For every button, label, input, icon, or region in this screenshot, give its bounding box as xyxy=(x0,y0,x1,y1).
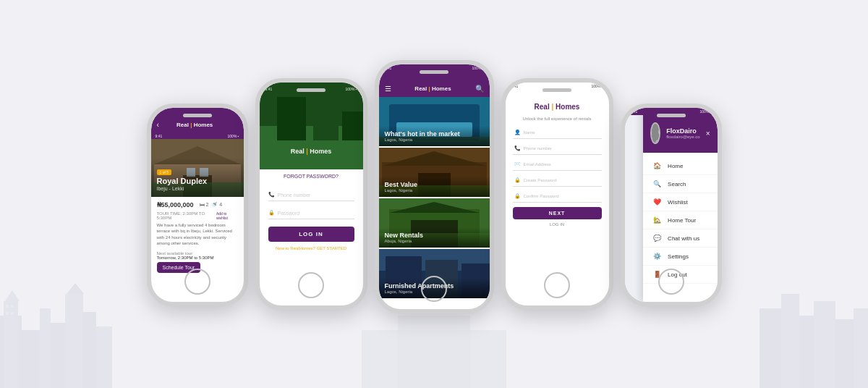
p1-next-tour: Next available tour Tomorrow, 2:30PM to … xyxy=(157,251,238,260)
p3-card-furnished[interactable]: Furnished Apartments Lagos, Nigeria xyxy=(379,249,490,298)
p5-menu-item-search[interactable]: 🔍 Search xyxy=(643,175,717,193)
svg-rect-10 xyxy=(6,305,9,308)
p1-body: ₦55,000,000 🛏 2 🚿 4 TOUR TIME: 2:30PM TO… xyxy=(151,197,244,277)
p3-search-btn[interactable]: 🔍 xyxy=(475,85,484,93)
svg-rect-4 xyxy=(51,323,65,388)
p1-badge: 1 of 5 xyxy=(157,169,172,175)
p4-create-password-field[interactable]: 🔒 Create Password xyxy=(513,174,602,187)
p2-signup-link[interactable]: New to RealHomes? GET STARTED xyxy=(268,246,354,250)
p1-back-button[interactable]: ‹ xyxy=(157,121,159,129)
p5-wishlist-icon: ❤️ xyxy=(652,198,662,206)
p3-card-1-overlay: What's hot in the market Lagos, Nigeria xyxy=(379,126,490,146)
p5-user-avatar xyxy=(650,122,660,144)
p3-menu-btn[interactable]: ☰ xyxy=(385,85,391,93)
p5-home-icon: 🏠 xyxy=(652,162,662,169)
p2-screen: 9:41100% ▪ Real | Homes FORGOT PASSWORD?… xyxy=(260,83,363,305)
svg-rect-31 xyxy=(277,97,306,140)
p1-amenities: 🛏 2 🚿 4 xyxy=(200,202,223,208)
p4-email-icon: ✉️ xyxy=(514,161,521,167)
p5-menu-item-logout[interactable]: 🚪 Log out xyxy=(643,266,717,284)
p1-image-overlay: 1 of 5 Royal Duplex Ibeju - Lekki xyxy=(151,158,244,197)
p5-menu-item-wishlist[interactable]: ❤️ Wishlist xyxy=(643,193,717,211)
p3-card-3-overlay: New Rentals Abuja, Nigeria xyxy=(379,227,490,248)
p4-name-icon: 👤 xyxy=(514,130,521,135)
p4-login-link[interactable]: LOG IN xyxy=(513,222,602,227)
p1-subtitle: Ibeju - Lekki xyxy=(157,186,238,191)
p4-phone-field[interactable]: 📞 Phone number xyxy=(513,143,602,155)
svg-rect-3 xyxy=(40,308,51,388)
p4-next-btn[interactable]: NEXT xyxy=(513,207,602,219)
phone-2-login: 9:41100% ▪ Real | Homes FORGOT PASSWORD?… xyxy=(255,78,367,310)
svg-rect-15 xyxy=(781,294,799,388)
p5-menu-item-settings[interactable]: ⚙️ Settings xyxy=(643,248,717,266)
p1-logo: Real | Homes xyxy=(163,122,226,128)
p5-logout-icon: 🚪 xyxy=(652,271,662,278)
svg-rect-53 xyxy=(652,124,660,144)
p1-tour-time: TOUR TIME: 2:30PM TO 5:30PM Add to wishl… xyxy=(157,211,238,220)
p2-forgot-password[interactable]: FORGOT PASSWORD? xyxy=(260,169,363,183)
p4-screen: Real | Homes Unlock the full experience … xyxy=(506,90,609,305)
p5-settings-icon: ⚙️ xyxy=(652,253,662,260)
p4-phone-icon: 📞 xyxy=(514,146,521,151)
p5-overlay-bg xyxy=(625,108,644,302)
p5-search-icon: 🔍 xyxy=(652,180,662,187)
svg-rect-5 xyxy=(65,294,83,388)
p5-chat-icon: 💬 xyxy=(652,235,662,242)
p4-name-field[interactable]: 👤 Name xyxy=(513,127,602,139)
phone-1-property-detail: ‹ Real | Homes 9:41100% ▪ xyxy=(147,104,248,306)
phone-5-menu: 9:41100% ▪ xyxy=(621,104,722,306)
p3-header: ☰ Real | Homes 🔍 xyxy=(379,72,490,97)
p2-bg-image: 9:41100% ▪ Real | Homes xyxy=(260,83,363,169)
p2-password-field[interactable]: 🔒 Password xyxy=(268,207,354,219)
p1-property-image: 1 of 5 Royal Duplex Ibeju - Lekki xyxy=(151,139,244,197)
p3-card-4-overlay: Furnished Apartments Lagos, Nigeria xyxy=(379,278,490,298)
p1-header: ‹ Real | Homes xyxy=(151,108,244,133)
p1-price: ₦55,000,000 xyxy=(157,201,194,208)
p4-create-pw-icon: 🔒 xyxy=(514,177,521,183)
p5-menu-item-home[interactable]: 🏠 Home xyxy=(643,157,717,175)
svg-rect-11 xyxy=(11,305,14,308)
p3-logo: Real | Homes xyxy=(414,85,451,92)
p5-menu-panel: FloxDairo floxdairo@eye.co × 🏠 Home 🔍 Se… xyxy=(643,108,717,302)
p1-title: Royal Duplex xyxy=(157,177,238,186)
svg-rect-7 xyxy=(96,326,112,388)
p4-logo: Real | Homes xyxy=(513,103,602,111)
p3-card-2-overlay: Best Value Lagos, Nigeria xyxy=(379,177,490,197)
p1-schedule-btn[interactable]: Schedule Tour xyxy=(157,262,201,273)
p4-confirm-password-field[interactable]: 🔒 Confirm Password xyxy=(513,190,602,203)
p5-menu-items: 🏠 Home 🔍 Search ❤️ Wishlist 🏡 xyxy=(643,153,717,288)
p2-logo: Real | Homes xyxy=(291,148,332,155)
p1-wishlist[interactable]: Add to wishlist xyxy=(216,211,238,220)
p2-login-form: 📞 Phone number 🔒 Password LOG IN New to … xyxy=(260,183,363,305)
p4-confirm-pw-icon: 🔒 xyxy=(514,193,521,199)
phone-3-home: 9:41100% ▪ ☰ Real | Homes 🔍 xyxy=(375,60,494,313)
svg-rect-2 xyxy=(22,330,40,388)
svg-rect-16 xyxy=(799,316,814,388)
p2-login-btn[interactable]: LOG IN xyxy=(268,227,354,242)
svg-rect-19 xyxy=(854,308,868,388)
p1-description: We have a fully serviced 4 bedroom terra… xyxy=(157,222,238,247)
svg-rect-12 xyxy=(6,312,9,315)
p3-card-best-value[interactable]: Best Value Lagos, Nigeria xyxy=(379,148,490,197)
phones-container: ‹ Real | Homes 9:41100% ▪ xyxy=(147,60,722,328)
svg-marker-9 xyxy=(67,283,84,294)
p2-phone-field[interactable]: 📞 Phone number xyxy=(268,189,354,201)
p5-screen: 9:41100% ▪ xyxy=(625,108,718,302)
p5-home-tour-icon: 🏡 xyxy=(652,216,662,224)
p3-card-new-rentals[interactable]: New Rentals Abuja, Nigeria xyxy=(379,198,490,248)
p3-card-whats-hot[interactable]: What's hot in the market Lagos, Nigeria xyxy=(379,97,490,146)
p5-menu-item-home-tour[interactable]: 🏡 Home Tour xyxy=(643,211,717,229)
p5-menu-item-chat[interactable]: 💬 Chat with us xyxy=(643,229,717,248)
svg-rect-17 xyxy=(814,301,835,388)
p5-user-info: FloxDairo floxdairo@eye.co xyxy=(666,127,699,139)
svg-rect-14 xyxy=(760,308,781,388)
svg-rect-18 xyxy=(835,319,854,388)
svg-rect-6 xyxy=(83,312,96,388)
p4-email-field[interactable]: ✉️ Email Address xyxy=(513,159,602,171)
phone-4-register: 9:41100% ▪ Real | Homes Unlock the full … xyxy=(501,78,613,310)
p5-useremail: floxdairo@eye.co xyxy=(666,135,699,139)
svg-marker-8 xyxy=(5,290,20,301)
svg-rect-32 xyxy=(313,104,339,140)
p5-close-btn[interactable]: × xyxy=(706,130,710,138)
p5-username: FloxDairo xyxy=(666,127,699,135)
